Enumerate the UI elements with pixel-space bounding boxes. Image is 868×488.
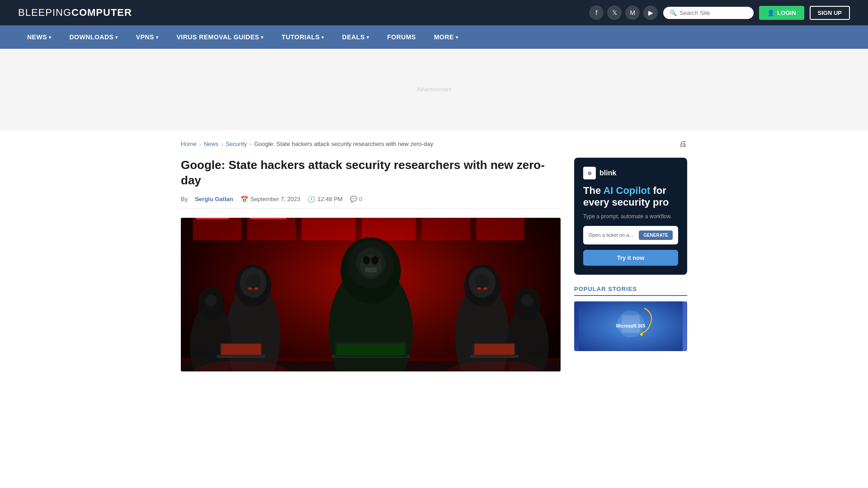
social-icons: f 𝕏 M ▶ [589, 5, 658, 20]
breadcrumb-sep-1: › [199, 141, 201, 147]
site-header: BLEEPINGCOMPUTER f 𝕏 M ▶ 🔍 👤 LOGIN SIGN … [0, 0, 868, 25]
svg-point-58 [640, 333, 643, 336]
popular-stories-title: POPULAR STORIES [574, 286, 687, 296]
article-title: Google: State hackers attack security re… [181, 158, 561, 188]
nav-tutorials[interactable]: TUTORIALS ▾ [273, 25, 333, 49]
article-time: 12:48 PM [317, 196, 343, 202]
comment-icon: 💬 [350, 196, 357, 202]
logo-bold: COMPUTER [71, 7, 132, 18]
svg-point-34 [475, 274, 490, 288]
nav-virus-removal[interactable]: VIRUS REMOVAL GUIDES ▾ [167, 25, 272, 49]
nav-virus-arrow: ▾ [261, 35, 264, 40]
breadcrumb-security[interactable]: Security [226, 141, 247, 147]
svg-rect-46 [474, 344, 514, 355]
nav-downloads[interactable]: DOWNLOADS ▾ [61, 25, 127, 49]
article-main: Google: State hackers attack security re… [181, 158, 561, 371]
breadcrumb-left: Home › News › Security › Google: State h… [181, 141, 433, 147]
content-layout: Google: State hackers attack security re… [181, 158, 687, 371]
nav-news[interactable]: NEWS ▾ [18, 25, 61, 49]
twitter-icon[interactable]: 𝕏 [607, 5, 622, 20]
author-label: By [181, 196, 188, 202]
nav-more-arrow: ▾ [456, 35, 458, 40]
search-icon: 🔍 [670, 9, 677, 16]
svg-text:Microsoft 365: Microsoft 365 [616, 324, 646, 328]
nav-tutorials-arrow: ▾ [321, 35, 324, 40]
svg-rect-43 [336, 343, 405, 356]
nav-downloads-arrow: ▾ [115, 35, 118, 40]
breadcrumb: Home › News › Security › Google: State h… [181, 139, 687, 149]
main-container: Home › News › Security › Google: State h… [163, 130, 705, 380]
clock-icon: 🕐 [307, 196, 315, 203]
breadcrumb-sep-3: › [250, 141, 251, 147]
svg-point-37 [521, 295, 533, 307]
search-input[interactable] [679, 9, 747, 16]
svg-rect-2 [193, 218, 241, 240]
nav-vpns-arrow: ▾ [156, 35, 159, 40]
svg-rect-7 [476, 218, 524, 240]
youtube-icon[interactable]: ▶ [643, 5, 658, 20]
blink-headline: The AI Copilot for every security pro [583, 185, 678, 209]
search-bar: 🔍 [663, 7, 754, 19]
facebook-icon[interactable]: f [589, 5, 604, 20]
svg-point-52 [477, 287, 481, 290]
hero-image-svg [181, 218, 561, 371]
svg-point-29 [371, 256, 378, 264]
svg-rect-10 [196, 218, 229, 219]
nav-forums[interactable]: FORUMS [378, 25, 425, 49]
ad-banner: Advertisement [0, 49, 868, 130]
blink-subtext: Type a prompt, automate a workflow. [583, 213, 678, 220]
nav-deals[interactable]: DEALS ▾ [333, 25, 378, 49]
site-logo[interactable]: BLEEPINGCOMPUTER [18, 7, 132, 19]
svg-rect-4 [302, 218, 356, 240]
blink-input-text: Open a ticket on a... [589, 232, 633, 238]
nav-news-arrow: ▾ [49, 35, 52, 40]
author-link[interactable]: Sergiu Gatlan [195, 196, 233, 202]
time-meta: 🕐 12:48 PM [307, 196, 343, 203]
svg-rect-5 [362, 218, 416, 240]
popular-story-image[interactable]: Microsoft 365 [574, 301, 687, 351]
login-button[interactable]: 👤 LOGIN [759, 6, 804, 20]
svg-point-27 [360, 255, 382, 277]
svg-rect-6 [422, 218, 470, 240]
article-date: September 7, 2023 [250, 196, 301, 202]
user-icon: 👤 [767, 9, 774, 16]
svg-point-22 [205, 295, 217, 307]
svg-point-19 [246, 274, 260, 288]
svg-point-51 [255, 287, 258, 290]
breadcrumb-sep-2: › [221, 141, 223, 147]
nav-more[interactable]: MORE ▾ [425, 25, 467, 49]
mastodon-icon[interactable]: M [625, 5, 640, 20]
breadcrumb-current: Google: State hackers attack security re… [254, 141, 433, 147]
logo-light: BLEEPING [18, 7, 71, 18]
svg-rect-30 [365, 267, 377, 272]
blink-logo-icon: ⊙ [583, 167, 596, 179]
blink-ad: ⊙ blink The AI Copilot for every securit… [574, 158, 687, 275]
blink-input-area: Open a ticket on a... GENERATE [583, 226, 678, 244]
calendar-icon: 📅 [241, 196, 248, 203]
nav-deals-arrow: ▾ [367, 35, 369, 40]
hero-image [181, 218, 561, 371]
svg-rect-13 [250, 218, 286, 219]
svg-rect-3 [247, 218, 296, 240]
popular-story-svg: Microsoft 365 [574, 301, 687, 351]
print-icon[interactable]: 🖨 [679, 139, 687, 149]
breadcrumb-home[interactable]: Home [181, 141, 197, 147]
comment-count: 0 [359, 196, 362, 202]
svg-rect-40 [221, 344, 261, 355]
nav-bar: NEWS ▾ DOWNLOADS ▾ VPNS ▾ VIRUS REMOVAL … [0, 25, 868, 49]
svg-point-50 [248, 287, 252, 290]
article-meta: By Sergiu Gatlan 📅 September 7, 2023 🕐 1… [181, 196, 561, 209]
svg-point-53 [483, 287, 487, 290]
comment-badge[interactable]: 💬 0 [350, 196, 362, 202]
header-right: f 𝕏 M ▶ 🔍 👤 LOGIN SIGN UP [589, 5, 850, 20]
article-sidebar: ⊙ blink The AI Copilot for every securit… [574, 158, 687, 371]
blink-try-button[interactable]: Try it now [583, 250, 678, 266]
nav-vpns[interactable]: VPNS ▾ [127, 25, 168, 49]
blink-logo: ⊙ blink [583, 167, 678, 179]
blink-generate-button[interactable]: GENERATE [639, 230, 673, 240]
date-meta: 📅 September 7, 2023 [241, 196, 301, 203]
svg-point-28 [363, 256, 370, 264]
breadcrumb-news[interactable]: News [204, 141, 219, 147]
signup-button[interactable]: SIGN UP [810, 6, 850, 20]
blink-logo-text: blink [599, 169, 616, 177]
